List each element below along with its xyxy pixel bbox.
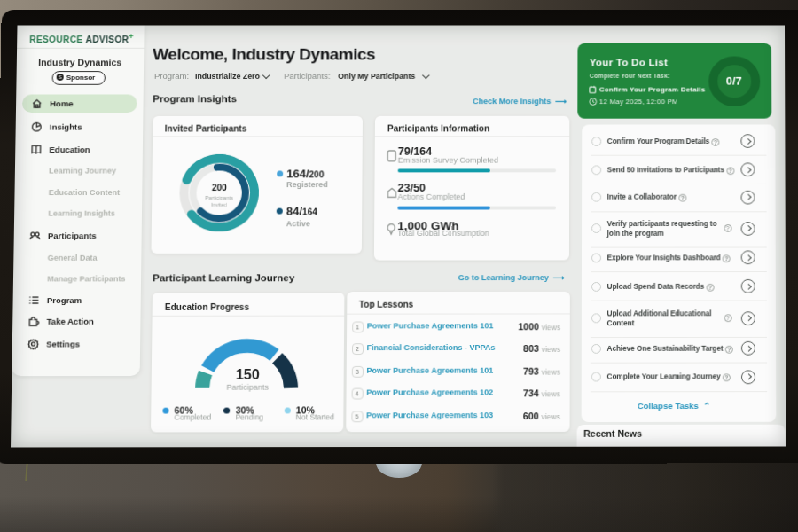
svg-text:Invited: Invited [211,201,227,207]
svg-text:Participants: Participants [205,194,233,200]
svg-text:200: 200 [212,183,227,192]
